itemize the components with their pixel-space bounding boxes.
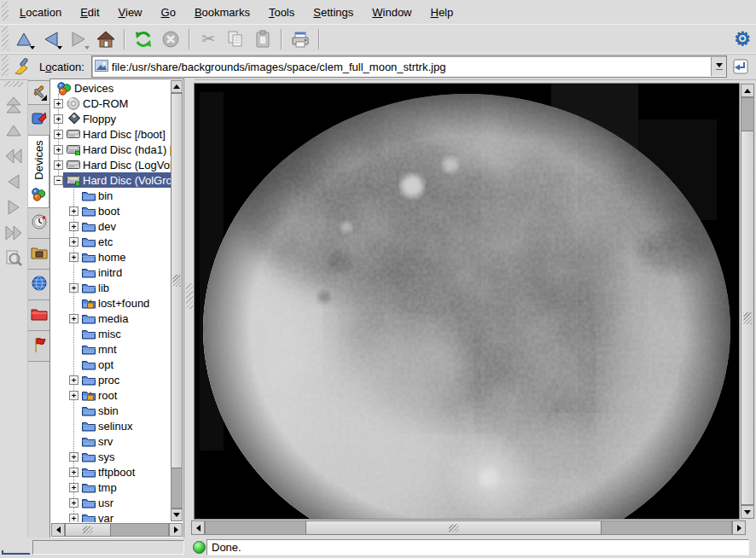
nav-left-button[interactable] bbox=[2, 169, 26, 195]
tree-row-sbin[interactable]: sbin bbox=[51, 403, 172, 418]
tree-row-tftpboot[interactable]: +tftpboot bbox=[51, 464, 172, 480]
tree-row-media[interactable]: +media bbox=[51, 311, 172, 326]
expand-toggle-icon[interactable]: + bbox=[54, 145, 63, 154]
sidebar-nav-column bbox=[0, 78, 27, 538]
tree-vscrollbar-thumb[interactable] bbox=[171, 93, 183, 468]
expand-toggle-icon[interactable]: + bbox=[69, 314, 79, 323]
sidebar-tab-services[interactable] bbox=[28, 330, 50, 362]
menu-help[interactable]: Help bbox=[422, 3, 463, 22]
sidebar-tab-devices[interactable]: Devices bbox=[28, 135, 49, 208]
viewer-scroll-down-button[interactable] bbox=[741, 505, 754, 519]
tree-row-hard-disc-hda1-[interactable]: +Hard Disc (hda1) [/ bbox=[51, 142, 172, 157]
up-button[interactable] bbox=[10, 26, 38, 52]
sidebar-tab-home[interactable] bbox=[28, 238, 50, 270]
nav-right-button[interactable] bbox=[2, 195, 26, 220]
nav-double-up-button[interactable] bbox=[2, 92, 26, 118]
expand-toggle-icon[interactable]: + bbox=[69, 375, 79, 385]
tree-row-initrd[interactable]: initrd bbox=[51, 264, 172, 280]
folder-icon bbox=[82, 358, 96, 370]
tree-row-usr[interactable]: +usr bbox=[51, 495, 172, 510]
expand-toggle-icon[interactable]: + bbox=[69, 498, 79, 508]
configure-panel-button[interactable] bbox=[28, 80, 50, 105]
tree-hscrollbar-thumb[interactable] bbox=[65, 523, 111, 537]
tree-row-misc[interactable]: misc bbox=[51, 326, 172, 341]
reload-button[interactable] bbox=[130, 26, 157, 52]
clear-location-broom-icon[interactable] bbox=[10, 54, 34, 79]
locbar-drag-handle[interactable] bbox=[2, 55, 9, 76]
viewer-scroll-right-button[interactable] bbox=[732, 520, 746, 535]
nav-preview-button[interactable] bbox=[2, 246, 26, 271]
nav-up-button[interactable] bbox=[2, 118, 26, 143]
tree-row-dev[interactable]: +dev bbox=[51, 218, 172, 234]
location-input[interactable] bbox=[112, 58, 711, 75]
tree-row-home[interactable]: +home bbox=[51, 249, 172, 264]
tree-row-var[interactable]: +var bbox=[51, 510, 172, 522]
tree-row-mnt[interactable]: mnt bbox=[51, 341, 172, 357]
tree-row-floppy[interactable]: +Floppy bbox=[51, 111, 172, 126]
expand-toggle-icon[interactable]: + bbox=[54, 114, 63, 124]
navcol-drag-handle[interactable] bbox=[4, 81, 23, 87]
tree-row-lost-found[interactable]: lost+found bbox=[51, 295, 172, 311]
menu-settings[interactable]: Settings bbox=[304, 3, 363, 22]
menu-window[interactable]: Window bbox=[363, 3, 421, 22]
viewer-vscrollbar-thumb[interactable] bbox=[741, 131, 754, 505]
menu-edit[interactable]: Edit bbox=[71, 3, 108, 22]
home-button[interactable] bbox=[92, 26, 119, 52]
menu-view[interactable]: View bbox=[109, 3, 152, 22]
expand-toggle-icon[interactable]: + bbox=[54, 130, 63, 139]
tree-row-root[interactable]: +root bbox=[51, 387, 172, 403]
tree-scroll-left-button[interactable] bbox=[51, 523, 65, 537]
tree-row-selinux[interactable]: selinux bbox=[51, 418, 172, 433]
sidebar-tab-network[interactable] bbox=[28, 269, 50, 300]
menubar-drag-handle[interactable] bbox=[2, 2, 9, 20]
tree-scroll-up-button[interactable] bbox=[171, 80, 183, 93]
menu-go[interactable]: Go bbox=[152, 3, 185, 22]
tree-row-boot[interactable]: +boot bbox=[51, 203, 172, 218]
menu-bookmarks[interactable]: Bookmarks bbox=[185, 3, 259, 22]
toolbar-drag-handle[interactable] bbox=[2, 26, 9, 50]
print-button[interactable] bbox=[287, 26, 314, 52]
menu-location[interactable]: Location bbox=[10, 3, 71, 22]
konqueror-gear-icon[interactable]: ⚙ bbox=[729, 26, 756, 52]
viewer-scroll-left-button[interactable] bbox=[191, 520, 205, 535]
expand-toggle-icon[interactable]: + bbox=[69, 283, 79, 293]
tree-item-label: srv bbox=[97, 435, 113, 448]
expand-toggle-icon[interactable]: + bbox=[69, 391, 79, 400]
sidebar-tab-root[interactable] bbox=[28, 299, 50, 331]
expand-toggle-icon[interactable]: + bbox=[54, 160, 63, 170]
tree-row-bin[interactable]: bin bbox=[51, 188, 172, 203]
tree-row-hard-disc-volgrou[interactable]: −Hard Disc (VolGrou bbox=[51, 172, 172, 188]
expand-toggle-icon[interactable]: + bbox=[69, 253, 79, 262]
location-dropdown-button[interactable] bbox=[711, 57, 726, 76]
tree-row-srv[interactable]: srv bbox=[51, 433, 172, 449]
tree-row-tmp[interactable]: +tmp bbox=[51, 480, 172, 495]
tree-row-lib[interactable]: +lib bbox=[51, 280, 172, 295]
expand-toggle-icon[interactable]: + bbox=[69, 452, 79, 462]
expand-toggle-icon[interactable]: + bbox=[69, 222, 79, 231]
nav-double-right-button[interactable] bbox=[2, 220, 26, 246]
expand-toggle-icon[interactable]: + bbox=[69, 206, 79, 216]
tree-row-sys[interactable]: +sys bbox=[51, 449, 172, 464]
collapse-toggle-icon[interactable]: − bbox=[54, 176, 63, 185]
go-enter-icon[interactable] bbox=[730, 56, 751, 77]
tree-scroll-down-button[interactable] bbox=[171, 509, 183, 521]
expand-toggle-icon[interactable]: + bbox=[69, 514, 79, 523]
menu-tools[interactable]: Tools bbox=[259, 3, 304, 22]
tree-row-cd-rom[interactable]: +CD-ROM bbox=[51, 96, 172, 111]
tree-root-row[interactable]: Devices bbox=[51, 80, 172, 96]
expand-toggle-icon[interactable]: + bbox=[69, 483, 79, 492]
back-button[interactable] bbox=[38, 26, 65, 52]
sidebar-tab-history[interactable] bbox=[28, 207, 50, 239]
viewer-hscrollbar-thumb[interactable] bbox=[305, 520, 602, 535]
viewer-scroll-up-button[interactable] bbox=[741, 84, 754, 97]
expand-toggle-icon[interactable]: + bbox=[69, 468, 79, 477]
tree-row-hard-disc-boot-[interactable]: +Hard Disc [/boot] bbox=[51, 126, 172, 142]
tree-row-etc[interactable]: +etc bbox=[51, 234, 172, 249]
tree-row-hard-disc-logvol0[interactable]: +Hard Disc (LogVol0 bbox=[51, 157, 172, 172]
tree-scroll-right-button[interactable] bbox=[169, 523, 183, 537]
expand-toggle-icon[interactable]: + bbox=[54, 99, 63, 108]
sidebar-tab-bookmarks[interactable] bbox=[28, 104, 50, 136]
tree-row-opt[interactable]: opt bbox=[51, 357, 172, 372]
expand-toggle-icon[interactable]: + bbox=[69, 237, 79, 247]
tree-row-proc[interactable]: +proc bbox=[51, 372, 172, 387]
